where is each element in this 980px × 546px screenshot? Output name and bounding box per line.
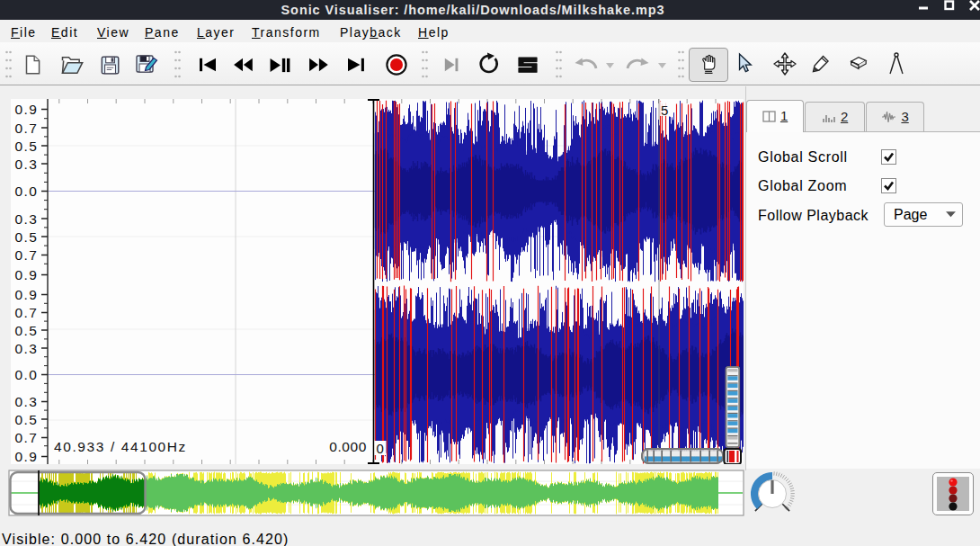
svg-text:0.7: 0.7 bbox=[14, 305, 38, 320]
svg-text:0.7: 0.7 bbox=[14, 430, 38, 445]
svg-text:0.7: 0.7 bbox=[14, 121, 38, 136]
svg-text:0.000: 0.000 bbox=[329, 439, 367, 454]
svg-text:0.5: 0.5 bbox=[14, 412, 38, 427]
svg-text:0.7: 0.7 bbox=[14, 247, 38, 263]
svg-text:0.3: 0.3 bbox=[14, 394, 38, 409]
svg-text:0.3: 0.3 bbox=[14, 341, 38, 356]
svg-text:0.5: 0.5 bbox=[14, 229, 38, 245]
svg-text:0.9: 0.9 bbox=[14, 287, 38, 302]
svg-text:0.0: 0.0 bbox=[14, 183, 38, 199]
svg-text:0.5: 0.5 bbox=[14, 139, 38, 154]
svg-text:0.3: 0.3 bbox=[14, 211, 38, 227]
svg-text:0.3: 0.3 bbox=[14, 157, 38, 172]
svg-text:40.933 / 44100Hz: 40.933 / 44100Hz bbox=[54, 439, 187, 454]
svg-text:0.5: 0.5 bbox=[14, 323, 38, 338]
svg-text:0.0: 0.0 bbox=[14, 367, 38, 382]
svg-text:0.9: 0.9 bbox=[14, 449, 38, 464]
svg-text:5: 5 bbox=[661, 103, 668, 118]
svg-text:0.9: 0.9 bbox=[14, 102, 38, 117]
svg-text:0: 0 bbox=[377, 441, 384, 456]
svg-text:0.9: 0.9 bbox=[14, 267, 38, 282]
